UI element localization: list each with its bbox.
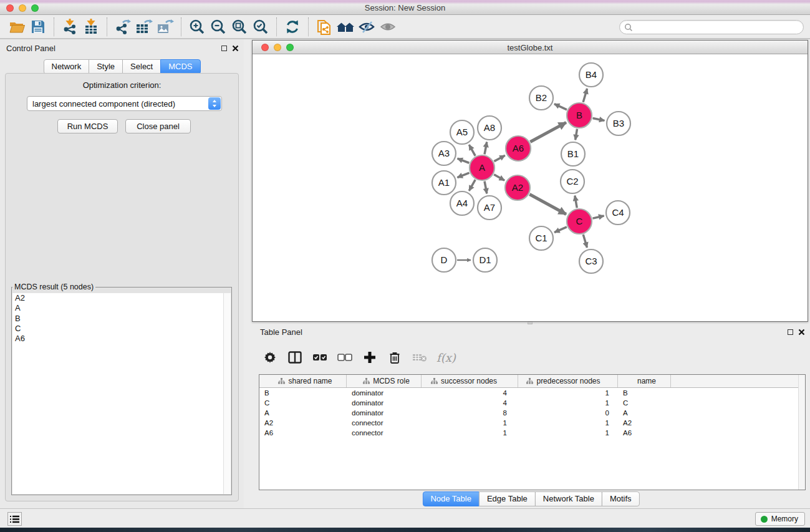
table-cell[interactable]: A (259, 408, 347, 418)
graph-node-C4[interactable]: C4 (606, 201, 630, 225)
graph-edge-A-A1[interactable] (457, 173, 469, 178)
tab-network[interactable]: Network (43, 59, 89, 74)
deselect-all-button[interactable] (337, 348, 353, 367)
select-all-button[interactable] (312, 348, 328, 367)
memory-button[interactable]: Memory (755, 512, 805, 526)
zoom-selected-button[interactable] (250, 17, 271, 37)
graph-node-B1[interactable]: B1 (561, 142, 585, 166)
graph-node-A5[interactable]: A5 (450, 120, 474, 144)
graph-edge-A-A7[interactable] (485, 181, 487, 194)
table-cell[interactable]: dominator (347, 388, 422, 398)
graph-node-A1[interactable]: A1 (432, 171, 456, 195)
close-panel-icon[interactable] (232, 45, 239, 52)
zoom-fit-button[interactable] (229, 17, 250, 37)
graph-node-B[interactable]: B (567, 103, 592, 128)
table-cell[interactable]: 1 (518, 398, 618, 408)
table-cell[interactable]: 4 (422, 388, 518, 398)
tab-select[interactable]: Select (122, 59, 161, 74)
graph-edge-C-C2[interactable] (575, 196, 577, 208)
table-cell[interactable]: C (618, 398, 671, 408)
graph-edge-B-B4[interactable] (583, 89, 587, 102)
open-session-button[interactable] (6, 17, 27, 37)
table-cell[interactable]: 8 (422, 408, 518, 418)
graph-edge-B-B3[interactable] (593, 118, 605, 120)
table-cell[interactable]: connector (347, 428, 422, 438)
table-cell[interactable]: A6 (259, 428, 347, 438)
float-panel-icon[interactable] (788, 329, 793, 335)
task-history-button[interactable] (7, 512, 22, 526)
graph-node-A4[interactable]: A4 (450, 191, 474, 215)
table-row[interactable]: Cdominator41C (259, 398, 805, 408)
hide-panels-button[interactable] (356, 17, 377, 37)
graph-node-A6[interactable]: A6 (506, 136, 531, 161)
run-mcds-button[interactable]: Run MCDS (57, 119, 118, 133)
home-button[interactable] (335, 17, 356, 37)
graph-node-A8[interactable]: A8 (478, 116, 501, 140)
graph-node-B2[interactable]: B2 (529, 86, 553, 110)
close-panel-button[interactable]: Close panel (125, 119, 191, 133)
graph-node-C3[interactable]: C3 (579, 249, 603, 273)
mcds-result-item[interactable]: C (12, 324, 231, 334)
result-scrollbar[interactable] (223, 293, 231, 494)
table-row[interactable]: Adominator80A (259, 408, 805, 418)
graph-edge-A-A5[interactable] (469, 145, 475, 156)
graph-edge-A-A2[interactable] (494, 175, 504, 180)
graph-edge-A-A8[interactable] (485, 142, 487, 155)
graph-node-A[interactable]: A (470, 155, 494, 180)
zoom-in-button[interactable] (186, 17, 208, 37)
criterion-dropdown[interactable]: largest connected component (directed) (27, 96, 222, 111)
mcds-result-item[interactable]: A (12, 303, 231, 313)
tab-node-table[interactable]: Node Table (422, 491, 480, 506)
graph-node-B3[interactable]: B3 (607, 112, 630, 135)
graph-node-B4[interactable]: B4 (579, 63, 603, 87)
table-cell[interactable]: 4 (422, 398, 518, 408)
export-table-button[interactable] (133, 17, 155, 37)
export-image-button[interactable] (155, 17, 176, 37)
graph-node-C[interactable]: C (567, 209, 592, 234)
column-header-shared-name[interactable]: shared name (259, 375, 347, 387)
zoom-out-button[interactable] (208, 17, 229, 37)
refresh-button[interactable] (282, 17, 303, 37)
table-scrollbar[interactable] (798, 375, 805, 490)
import-network-button[interactable] (59, 17, 80, 37)
search-field[interactable] (619, 20, 804, 34)
table-row[interactable]: Bdominator41B (259, 388, 805, 398)
delete-column-button[interactable] (387, 348, 403, 367)
tab-edge-table[interactable]: Edge Table (479, 491, 536, 506)
graph-edge-A-A3[interactable] (458, 158, 470, 163)
graph-edge-A-A6[interactable] (494, 155, 504, 161)
graph-edge-C-C4[interactable] (592, 216, 604, 218)
table-cell[interactable]: 1 (422, 418, 518, 428)
settings-gear-button[interactable] (262, 348, 278, 367)
graph-node-D1[interactable]: D1 (473, 248, 497, 272)
mcds-result-item[interactable]: A2 (12, 293, 231, 303)
table-cell[interactable]: dominator (347, 398, 422, 408)
table-row[interactable]: A6connector11A6 (259, 428, 805, 438)
table-cell[interactable]: dominator (347, 408, 422, 418)
graph-edge-C-C3[interactable] (583, 235, 587, 248)
close-panel-icon[interactable] (798, 329, 805, 336)
column-header-predecessor-nodes[interactable]: predecessor nodes (518, 375, 618, 387)
table-cell[interactable]: A2 (618, 418, 671, 428)
export-network-button[interactable] (112, 17, 133, 37)
graph-node-A2[interactable]: A2 (505, 175, 530, 200)
graph-node-D[interactable]: D (432, 248, 456, 272)
table-cell[interactable]: connector (347, 418, 422, 428)
network-canvas[interactable]: B4B2BB3A8A5A6A3B1AC2A1A2A4A7C4CC1DD1C3 (253, 54, 808, 321)
graph-edge-A6-B[interactable] (530, 122, 566, 142)
mcds-result-item[interactable]: B (12, 314, 231, 324)
add-column-button[interactable] (362, 348, 378, 367)
table-cell[interactable]: 1 (518, 388, 618, 398)
graph-node-A7[interactable]: A7 (478, 196, 501, 220)
column-header-MCDS-role[interactable]: MCDS role (347, 375, 422, 387)
graph-edge-B-B2[interactable] (554, 104, 567, 110)
table-cell[interactable]: 1 (518, 418, 618, 428)
show-panels-button[interactable] (377, 17, 398, 37)
graph-edge-A2-C[interactable] (529, 195, 566, 215)
network-file-button[interactable] (314, 17, 335, 37)
column-layout-button[interactable] (287, 348, 303, 367)
table-cell[interactable]: B (259, 388, 347, 398)
graph-node-A3[interactable]: A3 (432, 142, 456, 165)
table-cell[interactable]: 1 (422, 428, 518, 438)
network-window-titlebar[interactable]: testGlobe.txt (253, 41, 808, 54)
